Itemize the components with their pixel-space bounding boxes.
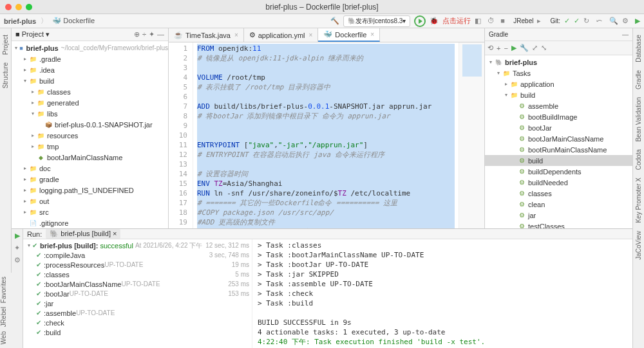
gradle-run-icon[interactable]: ▶ (511, 44, 516, 52)
right-tab-keypromoter[interactable]: Key Promoter X (635, 178, 642, 223)
hammer-icon[interactable]: 🔨 (330, 17, 339, 25)
tree-item[interactable]: ▸📁gradle (12, 174, 168, 185)
left-tab-jrebel[interactable]: JRebel (0, 307, 7, 327)
run-config-selector[interactable]: 🐘 发布到centos8.3 ▾ (343, 15, 410, 27)
gradle-item[interactable]: ⚙buildNeeded (485, 177, 632, 188)
left-tab-structure[interactable]: Structure (2, 62, 9, 89)
hide-gradle-icon[interactable]: — (622, 31, 629, 38)
tree-item[interactable]: ▸📁doc (12, 163, 168, 174)
gradle-expand-icon[interactable]: ⤢ (532, 44, 538, 52)
editor-tab[interactable]: 🐳Dockerfile× (318, 28, 380, 42)
right-tab-gradle[interactable]: Gradle (635, 70, 642, 89)
tree-item[interactable]: ▸📁resources (12, 130, 168, 141)
expand-icon[interactable]: ÷ (142, 30, 146, 39)
git-update-icon[interactable]: ✓ (564, 17, 570, 25)
left-tab-web[interactable]: Web (0, 331, 7, 344)
editor-tab[interactable]: ⚙application.yml× (244, 28, 319, 42)
gradle-minus-icon[interactable]: − (504, 44, 507, 52)
gradle-wrench-icon[interactable]: 🔧 (520, 44, 529, 52)
run-rerun-icon[interactable]: ▶ (15, 232, 20, 240)
git-revert-icon[interactable]: ⤺ (596, 17, 605, 26)
tree-item[interactable]: ▸📁tmp (12, 141, 168, 152)
close-tab-icon[interactable]: × (370, 31, 374, 38)
jrebel-label[interactable]: JRebel (513, 17, 533, 24)
close-tab-icon[interactable]: × (234, 32, 238, 39)
gradle-item[interactable]: ⚙classes (485, 188, 632, 199)
project-root[interactable]: ▾■ brief-plus ~/local_code/MyFramework/b… (12, 42, 168, 53)
gradle-item[interactable]: ▾📁build (485, 89, 632, 100)
gradle-item[interactable]: ▾📁Tasks (485, 68, 632, 78)
hide-icon[interactable]: — (157, 30, 164, 39)
run-button[interactable] (414, 15, 426, 27)
right-tab-codota[interactable]: Codota (635, 149, 642, 170)
debug-icon[interactable]: 🐞 (430, 17, 439, 25)
left-tab-project[interactable]: Project (2, 35, 9, 55)
gradle-item[interactable]: ⚙bootBuildImage (485, 111, 632, 122)
close-window-icon[interactable] (5, 4, 12, 10)
gradle-plus-icon[interactable]: + (497, 44, 500, 52)
close-tab-icon[interactable]: × (309, 32, 313, 39)
right-tab-jacoview[interactable]: JaCoView (635, 231, 642, 260)
right-tab-bean[interactable]: Bean Validation (635, 97, 642, 142)
run-task-row[interactable]: ✔:classes5 ms (26, 270, 249, 279)
right-tab-database[interactable]: Database (635, 35, 642, 62)
gradle-item[interactable]: ⚙bootJarMainClassName (485, 133, 632, 144)
git-history-icon[interactable]: ↻ (583, 17, 592, 26)
tree-item[interactable]: ▸📁.gradle (12, 53, 168, 64)
gradle-collapse-icon[interactable]: ⤡ (541, 44, 547, 52)
editor-tab[interactable]: ☕TimeTask.java× (169, 28, 244, 42)
tree-item[interactable]: ▸📁logging.path_IS_UNDEFINED (12, 185, 168, 196)
collapse-icon[interactable]: ✦ (149, 30, 155, 39)
run-task-row[interactable]: ✔:jar (26, 298, 249, 308)
gradle-item[interactable]: ▸📁application (485, 78, 632, 89)
tree-item[interactable]: ▸📁.idea (12, 64, 168, 75)
tree-item[interactable]: ▸📁classes (12, 86, 168, 97)
gradle-item[interactable]: ⚙bootRunMainClassName (485, 144, 632, 155)
gradle-refresh-icon[interactable]: ⟲ (488, 44, 493, 52)
coverage-icon[interactable]: ◧ (475, 17, 484, 26)
tree-item[interactable]: ▾📁libs (12, 108, 168, 119)
gradle-item[interactable]: ⚙bootJar (485, 122, 632, 133)
search-icon[interactable]: 🔍 (609, 17, 618, 26)
run-filter-icon[interactable]: ⚙ (14, 256, 21, 264)
run-task-row[interactable]: ✔:compileJava3 sec, 748 ms (26, 250, 249, 260)
run-console[interactable]: > Task :classes> Task :bootJarMainClassN… (252, 239, 632, 348)
gradle-item[interactable]: ⚙clean (485, 199, 632, 210)
run-stop-icon[interactable]: ✦ (14, 244, 20, 252)
select-opened-icon[interactable]: ⊕ (134, 30, 140, 39)
editor-content[interactable]: FROM openjdk:11# 镜像是从 openjdk:11-jdk-alp… (193, 42, 459, 228)
maximize-window-icon[interactable] (26, 4, 32, 10)
minimize-window-icon[interactable] (15, 4, 22, 10)
gradle-item[interactable]: ⚙assemble (485, 100, 632, 111)
run-task-row[interactable]: ✔:build (26, 327, 249, 337)
gradle-item[interactable]: ⚙build (485, 155, 632, 166)
jrebel-run-icon[interactable]: ▶ (635, 17, 640, 25)
minimap[interactable] (459, 42, 484, 228)
gradle-root[interactable]: ▾🐘 brief-plus (485, 57, 632, 68)
jrebel-icon[interactable]: ▸ (537, 17, 546, 26)
settings-icon[interactable]: ⚙ (622, 17, 631, 26)
tree-item[interactable]: 📦brief-plus-0.0.1-SNAPSHOT.jar (12, 119, 168, 130)
run-task-tree[interactable]: ▾✔ brief-plus [build]: successful At 202… (23, 239, 252, 348)
run-task-row[interactable]: ✔:assemble UP-TO-DATE (26, 308, 249, 318)
breadcrumb-file[interactable]: 🐳 Dockerfile (52, 17, 95, 25)
tree-item[interactable]: 📄.gitignore (12, 217, 168, 228)
gradle-item[interactable]: ⚙jar (485, 210, 632, 221)
gradle-item[interactable]: ⚙testClasses (485, 221, 632, 228)
run-task-row[interactable]: ✔:bootJarMainClassName UP-TO-DATE253 ms (26, 279, 249, 289)
run-task-row[interactable]: ✔:bootJar UP-TO-DATE153 ms (26, 289, 249, 298)
tree-item[interactable]: ▸📁generated (12, 97, 168, 108)
tree-item[interactable]: ▸📁out (12, 196, 168, 206)
left-tab-favorites[interactable]: Favorites (0, 277, 7, 303)
run-task-row[interactable]: ✔:check (26, 318, 249, 327)
run-task-row[interactable]: ✔:processResources UP-TO-DATE19 ms (26, 260, 249, 270)
tree-item[interactable]: ◆bootJarMainClassName (12, 152, 168, 163)
profiler-icon[interactable]: ⏱ (488, 17, 497, 26)
tree-item[interactable]: ▸📁src (12, 206, 168, 217)
git-commit-icon[interactable]: ✓ (574, 17, 580, 25)
gradle-item[interactable]: ⚙buildDependents (485, 166, 632, 177)
run-tab[interactable]: 🐘 brief-plus [build] × (46, 229, 120, 239)
breadcrumb-root[interactable]: brief-plus (4, 17, 36, 25)
stop-icon[interactable]: ■ (500, 17, 509, 26)
tree-item[interactable]: ▾📁build (12, 75, 168, 86)
